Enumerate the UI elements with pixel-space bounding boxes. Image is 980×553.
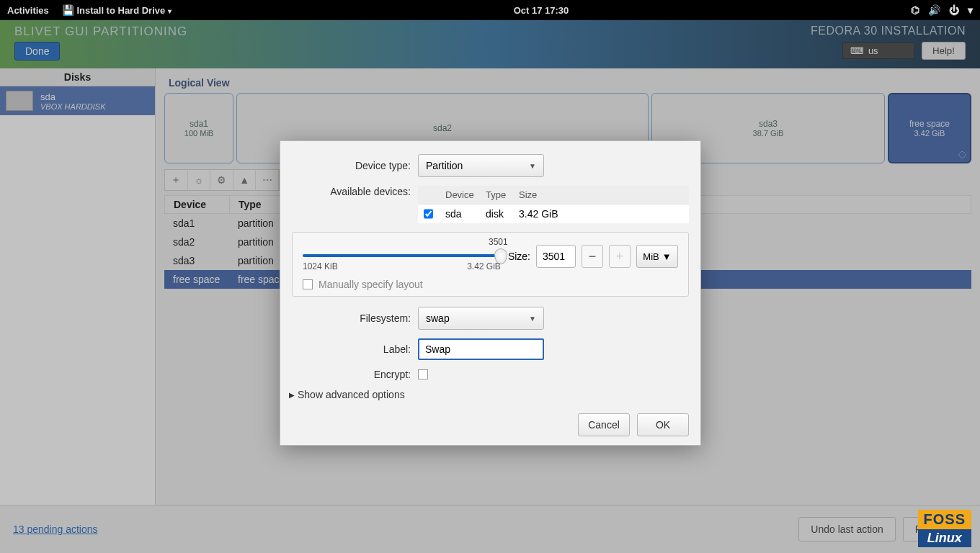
- power-icon[interactable]: ⏻: [949, 4, 959, 16]
- caret-down-icon[interactable]: ▾: [968, 4, 973, 16]
- foss-linux-watermark: FOSS Linux: [918, 510, 971, 547]
- slider-min: 1024 KiB: [303, 261, 338, 271]
- chevron-down-icon: ▼: [662, 251, 672, 262]
- slider-max: 3.42 GiB: [467, 261, 501, 271]
- clock[interactable]: Oct 17 17:30: [172, 5, 911, 16]
- size-label: Size:: [508, 251, 530, 262]
- drive-icon: 💾: [62, 4, 74, 16]
- device-checkbox[interactable]: [424, 209, 433, 219]
- col-header-type: Type: [478, 186, 512, 204]
- volume-icon[interactable]: 🔊: [928, 4, 940, 16]
- ok-button[interactable]: OK: [637, 413, 689, 436]
- size-slider[interactable]: 3501 1024 KiB 3.42 GiB: [303, 241, 501, 269]
- filesystem-label: Filesystem:: [292, 313, 411, 324]
- gnome-topbar: Activities 💾 Install to Hard Drive Oct 1…: [0, 0, 980, 20]
- size-decrement[interactable]: −: [582, 245, 603, 268]
- manual-layout-label: Manually specify layout: [318, 279, 423, 290]
- label-input[interactable]: [418, 338, 544, 360]
- device-type-combo[interactable]: Partition▼: [418, 154, 544, 177]
- triangle-right-icon: ▶: [289, 391, 295, 399]
- encrypt-label: Encrypt:: [292, 369, 411, 380]
- col-header-device: Device: [438, 186, 478, 204]
- activities-button[interactable]: Activities: [7, 5, 49, 16]
- manual-layout-checkbox[interactable]: [303, 279, 313, 289]
- device-type-label: Device type:: [292, 160, 411, 171]
- size-increment[interactable]: +: [609, 245, 631, 268]
- app-menu[interactable]: 💾 Install to Hard Drive: [62, 4, 172, 16]
- available-device-row[interactable]: sda disk 3.42 GiB: [418, 204, 689, 223]
- available-devices-label: Available devices:: [292, 186, 411, 197]
- create-partition-dialog: Device type: Partition▼ Available device…: [280, 140, 701, 446]
- available-devices-table: Device Type Size sda disk 3.42 GiB: [418, 186, 689, 223]
- slider-value: 3501: [489, 237, 508, 247]
- col-header-size: Size: [512, 186, 569, 204]
- size-input[interactable]: [536, 245, 576, 268]
- encrypt-checkbox[interactable]: [418, 369, 428, 379]
- size-panel: 3501 1024 KiB 3.42 GiB Size: − + MiB▼ Ma…: [292, 232, 689, 297]
- cancel-button[interactable]: Cancel: [578, 413, 630, 436]
- chevron-down-icon: ▼: [529, 315, 536, 323]
- filesystem-combo[interactable]: swap▼: [418, 307, 544, 330]
- advanced-options-toggle[interactable]: ▶ Show advanced options: [289, 389, 689, 400]
- network-icon[interactable]: ⌬: [911, 4, 919, 16]
- label-label: Label:: [292, 343, 411, 355]
- chevron-down-icon: ▼: [529, 162, 536, 170]
- size-unit-combo[interactable]: MiB▼: [636, 245, 678, 268]
